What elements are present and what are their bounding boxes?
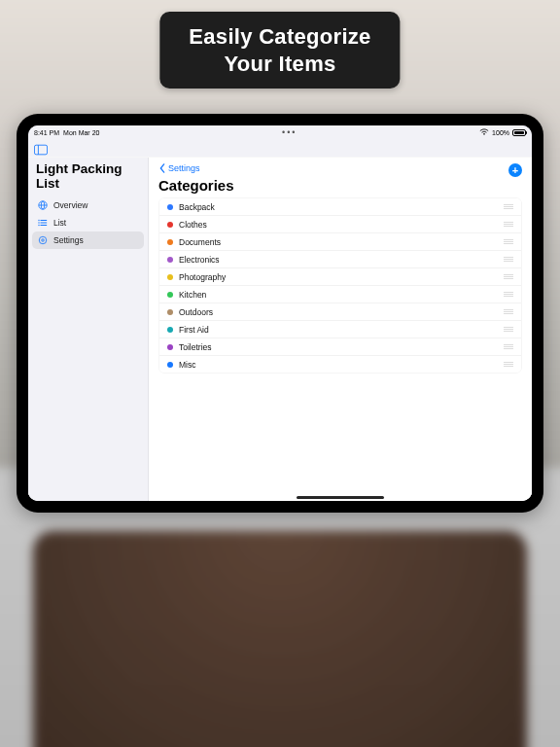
category-color-dot xyxy=(167,204,173,210)
list-icon xyxy=(38,218,48,228)
category-color-dot xyxy=(167,327,173,333)
page-title: Categories xyxy=(158,177,522,194)
sidebar-item-list[interactable]: List xyxy=(32,214,144,231)
sidebar-item-label: List xyxy=(53,218,66,228)
breadcrumb-label: Settings xyxy=(168,163,200,173)
category-color-dot xyxy=(167,222,173,228)
sidebar-item-label: Settings xyxy=(53,235,84,245)
wifi-icon xyxy=(479,128,489,136)
svg-point-0 xyxy=(483,133,485,135)
drag-handle-icon[interactable] xyxy=(504,327,513,332)
category-name: Toiletries xyxy=(179,342,212,352)
category-color-dot xyxy=(167,257,173,263)
category-row[interactable]: First Aid xyxy=(159,321,521,338)
category-color-dot xyxy=(167,274,173,280)
app-title: Light Packing List xyxy=(32,160,144,196)
status-time: 8:41 PM xyxy=(34,129,59,136)
category-name: Photography xyxy=(179,272,226,282)
sidebar-item-overview[interactable]: Overview xyxy=(32,196,144,214)
ipad-screen: 8:41 PM Mon Mar 20 ••• 100% Light Packin… xyxy=(28,125,532,501)
drag-handle-icon[interactable] xyxy=(504,222,513,227)
category-name: Clothes xyxy=(179,220,207,230)
drag-handle-icon[interactable] xyxy=(504,274,513,279)
category-row[interactable]: Toiletries xyxy=(159,338,521,356)
multitask-dots[interactable]: ••• xyxy=(103,127,475,137)
drag-handle-icon[interactable] xyxy=(504,204,513,209)
toolbar xyxy=(28,139,532,157)
home-indicator[interactable] xyxy=(297,496,384,499)
gear-icon xyxy=(38,235,48,245)
category-name: Outdoors xyxy=(179,307,213,317)
svg-rect-1 xyxy=(34,145,47,155)
svg-point-13 xyxy=(42,239,45,242)
category-row[interactable]: Clothes xyxy=(159,216,521,233)
category-name: Electronics xyxy=(179,255,220,265)
drag-handle-icon[interactable] xyxy=(504,309,513,314)
category-list: BackpackClothesDocumentsElectronicsPhoto… xyxy=(158,197,522,374)
category-color-dot xyxy=(167,362,173,368)
category-row[interactable]: Misc xyxy=(159,356,521,373)
category-row[interactable]: Kitchen xyxy=(159,286,521,303)
svg-point-9 xyxy=(38,220,39,221)
category-row[interactable]: Backpack xyxy=(159,198,521,216)
promo-headline: Easily Categorize Your Items xyxy=(159,12,400,89)
category-color-dot xyxy=(167,239,173,245)
category-name: Backpack xyxy=(179,202,215,212)
category-color-dot xyxy=(167,344,173,350)
sidebar-item-label: Overview xyxy=(53,200,88,210)
battery-percent: 100% xyxy=(492,129,509,136)
drag-handle-icon[interactable] xyxy=(504,257,513,262)
add-category-button[interactable]: + xyxy=(508,163,522,177)
category-row[interactable]: Photography xyxy=(159,268,521,286)
svg-point-11 xyxy=(38,225,39,226)
category-name: Kitchen xyxy=(179,290,206,300)
chevron-left-icon xyxy=(158,163,166,173)
category-color-dot xyxy=(167,292,173,298)
battery-icon xyxy=(512,129,526,136)
category-row[interactable]: Electronics xyxy=(159,251,521,268)
back-button[interactable]: Settings xyxy=(158,163,522,173)
ipad-frame: 8:41 PM Mon Mar 20 ••• 100% Light Packin… xyxy=(17,114,543,513)
drag-handle-icon[interactable] xyxy=(504,362,513,367)
sidebar: Light Packing List OverviewListSettings xyxy=(28,158,149,501)
category-name: Documents xyxy=(179,237,221,247)
drag-handle-icon[interactable] xyxy=(504,292,513,297)
sidebar-item-settings[interactable]: Settings xyxy=(32,231,144,249)
category-row[interactable]: Documents xyxy=(159,233,521,251)
drag-handle-icon[interactable] xyxy=(504,239,513,244)
category-name: Misc xyxy=(179,360,195,370)
main-panel: Settings + Categories BackpackClothesDoc… xyxy=(149,158,532,501)
drag-handle-icon[interactable] xyxy=(504,344,513,349)
svg-point-10 xyxy=(38,222,39,223)
status-bar: 8:41 PM Mon Mar 20 ••• 100% xyxy=(28,125,532,139)
category-color-dot xyxy=(167,309,173,315)
status-date: Mon Mar 20 xyxy=(63,129,99,136)
category-name: First Aid xyxy=(179,325,209,335)
category-row[interactable]: Outdoors xyxy=(159,303,521,321)
globe-icon xyxy=(38,200,48,210)
svg-point-12 xyxy=(39,236,47,244)
sidebar-toggle-icon[interactable] xyxy=(34,142,48,154)
